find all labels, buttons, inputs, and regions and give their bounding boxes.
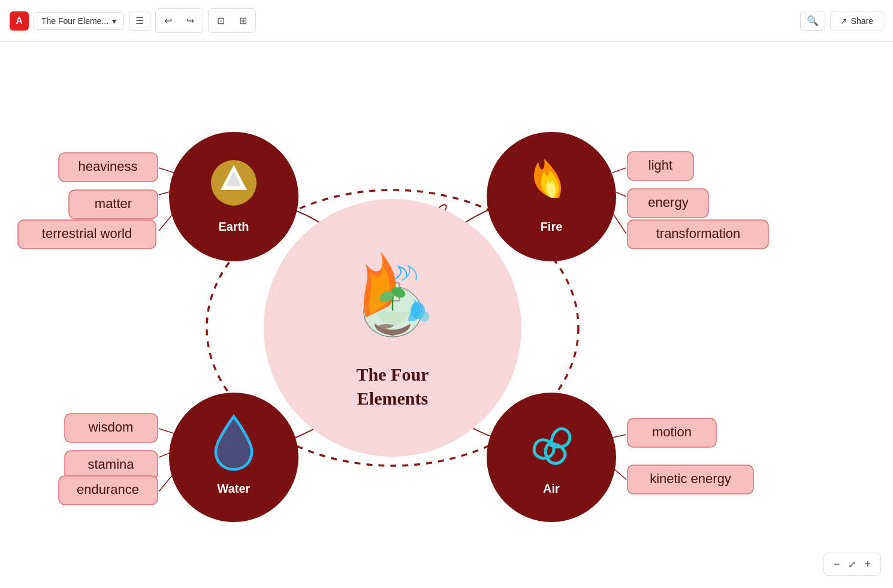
earth-line-terrestrial — [159, 213, 174, 231]
app-logo: A — [10, 11, 29, 31]
toolbar: A The Four Eleme... ▾ ☰ ↩ ↪ ⊡ ⊞ 🔍 ↗ Shar… — [0, 0, 893, 42]
svg-point-3 — [420, 311, 429, 322]
zoom-controls: − ⤢ + — [823, 553, 881, 576]
fire-tag-light: light — [648, 158, 672, 173]
canvas[interactable]: The Four Elements Earth heaviness matter… — [0, 42, 893, 588]
fire-tag-energy: energy — [648, 195, 688, 210]
fire-label: Fire — [541, 220, 563, 233]
fire-line-light — [613, 168, 626, 173]
earth-line-heaviness — [159, 168, 174, 173]
embed-button[interactable]: ⊡ — [211, 11, 231, 30]
air-circle — [487, 393, 616, 522]
toolbar-right: 🔍 ↗ Share — [800, 11, 883, 31]
search-button[interactable]: 🔍 — [800, 11, 825, 31]
fit-screen-icon[interactable]: ⤢ — [848, 559, 856, 570]
center-title-line1: The Four — [357, 364, 429, 384]
doc-title: The Four Eleme... — [41, 16, 108, 26]
air-line-motion — [613, 435, 626, 438]
air-tag-motion: motion — [652, 424, 692, 439]
earth-icon — [211, 160, 257, 206]
undo-icon: ↩ — [164, 15, 172, 26]
share-icon: ↗ — [840, 16, 847, 26]
air-label: Air — [543, 482, 560, 495]
search-icon: 🔍 — [807, 15, 819, 26]
earth-tag-matter: matter — [95, 196, 132, 211]
mind-map-svg: The Four Elements Earth heaviness matter… — [0, 42, 893, 588]
embed-icon: ⊡ — [217, 15, 225, 26]
title-button[interactable]: The Four Eleme... ▾ — [34, 12, 124, 30]
center-title-line2: Elements — [357, 388, 428, 408]
water-line-wisdom — [159, 429, 174, 433]
menu-button[interactable]: ☰ — [129, 11, 150, 31]
zoom-out-button[interactable]: − — [830, 557, 844, 572]
redo-button[interactable]: ↪ — [180, 11, 200, 30]
share-button[interactable]: ↗ Share — [830, 11, 883, 31]
water-line-endurance — [159, 474, 174, 491]
zoom-in-button[interactable]: + — [861, 557, 874, 572]
earth-tag-heaviness: heaviness — [78, 159, 137, 174]
undo-button[interactable]: ↩ — [158, 11, 178, 30]
water-tag-stamina: stamina — [88, 457, 134, 472]
earth-label: Earth — [218, 220, 249, 233]
menu-icon: ☰ — [135, 15, 144, 26]
frame-icon: ⊞ — [239, 15, 247, 26]
fire-line-transformation — [613, 213, 626, 234]
chevron-down-icon: ▾ — [112, 16, 116, 26]
air-line-kinetic — [613, 468, 626, 480]
redo-icon: ↪ — [186, 15, 194, 26]
water-tag-endurance: endurance — [77, 482, 139, 497]
air-tag-kinetic: kinetic energy — [650, 471, 731, 486]
water-label: Water — [218, 482, 251, 495]
frame-button[interactable]: ⊞ — [233, 11, 253, 30]
fire-tag-transformation: transformation — [656, 226, 741, 241]
history-group: ↩ ↪ — [155, 8, 203, 33]
earth-tag-terrestrial: terrestrial world — [42, 226, 132, 241]
water-tag-wisdom: wisdom — [88, 420, 134, 435]
insert-group: ⊡ ⊞ — [208, 8, 256, 33]
share-label: Share — [851, 16, 873, 26]
